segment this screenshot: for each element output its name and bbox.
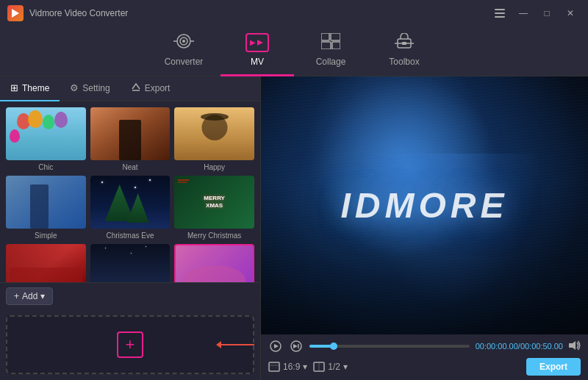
tab-collage[interactable]: Collage [294, 26, 368, 76]
subtab-export-label: Export [145, 83, 171, 93]
svg-point-8 [182, 40, 185, 43]
aspect-ratio-icon [268, 362, 280, 372]
svg-rect-1 [495, 9, 505, 10]
time-display: 00:00:00.00/00:00:50.00 [476, 342, 563, 351]
setting-gear-icon: ⚙ [70, 82, 79, 93]
collage-icon [321, 33, 340, 52]
subtab-setting[interactable]: ⚙ Setting [60, 76, 120, 101]
add-media-button[interactable]: + Add ▾ [6, 287, 53, 305]
theme-christmas-eve[interactable]: Christmas Eve [90, 176, 171, 240]
subtab-export[interactable]: Export [121, 76, 181, 101]
svg-rect-10 [321, 33, 329, 40]
theme-snowy-night-thumb [90, 244, 171, 282]
right-panel: IDMORE [261, 76, 588, 380]
progress-thumb [330, 343, 337, 350]
add-label: Add [22, 291, 37, 301]
theme-chic-label: Chic [38, 163, 53, 171]
svg-marker-21 [293, 344, 298, 348]
screen-mode-dropdown-icon: ▾ [343, 362, 348, 372]
controls-row-playback: 00:00:00.00/00:00:50.00 [268, 339, 581, 354]
arrow-head-icon [216, 341, 221, 348]
arrow-line [221, 344, 254, 345]
tab-toolbox-label: Toolbox [389, 57, 419, 67]
theme-santa-claus[interactable]: Santa Claus [6, 244, 86, 282]
tab-mv[interactable]: MV [220, 26, 294, 76]
title-bar: Vidmore Video Converter — □ ✕ [0, 0, 588, 26]
svg-rect-13 [332, 42, 340, 49]
tab-mv-label: MV [251, 57, 264, 67]
add-bar: + Add ▾ [0, 282, 260, 309]
aspect-ratio-control[interactable]: 16:9 ▾ [268, 362, 307, 372]
sub-tabs: ⊞ Theme ⚙ Setting Export [0, 76, 260, 101]
arrow-indicator [216, 341, 254, 348]
svg-marker-23 [569, 341, 576, 350]
skip-button[interactable] [289, 339, 304, 354]
time-current: 00:00:00.00 [476, 342, 518, 351]
theme-christmas-eve-thumb [90, 176, 171, 229]
theme-simple-label: Simple [35, 232, 57, 240]
add-icon: + [14, 291, 19, 301]
theme-simple-thumb [6, 176, 86, 229]
theme-stripes-waves[interactable]: Stripes & Waves [174, 244, 254, 282]
svg-marker-0 [12, 9, 19, 18]
screen-mode-value: 1/2 [328, 362, 340, 372]
minimize-button[interactable]: — [513, 6, 534, 21]
screen-mode-control[interactable]: 1/2 ▾ [313, 362, 348, 372]
themes-grid: Chic Neat [0, 101, 260, 282]
svg-rect-24 [269, 362, 279, 371]
subtab-theme[interactable]: ⊞ Theme [0, 76, 60, 101]
time-total: 00:00:50.00 [520, 342, 563, 351]
theme-merry-christmas-label: Merry Christmas [187, 232, 241, 240]
title-bar-left: Vidmore Video Converter [7, 5, 128, 21]
svg-rect-11 [331, 33, 340, 40]
svg-rect-3 [495, 16, 505, 18]
theme-christmas-eve-label: Christmas Eve [106, 232, 154, 240]
maximize-button[interactable]: □ [537, 6, 557, 21]
theme-neat-thumb [90, 107, 171, 160]
svg-marker-9 [257, 40, 263, 46]
theme-happy-label: Happy [204, 163, 225, 171]
progress-bar[interactable] [309, 345, 470, 348]
tab-toolbox[interactable]: Toolbox [368, 26, 441, 76]
left-panel: ⊞ Theme ⚙ Setting Export [0, 76, 261, 380]
screen-icon [313, 362, 325, 372]
nav-tabs: Converter MV Collage [0, 26, 588, 76]
add-dropdown-icon: ▾ [40, 291, 45, 301]
subtab-setting-label: Setting [82, 83, 110, 93]
theme-grid-icon: ⊞ [10, 82, 18, 93]
svg-rect-12 [321, 42, 331, 49]
aspect-ratio-value: 16:9 [283, 362, 300, 372]
add-cross-button[interactable]: + [117, 331, 143, 358]
svg-rect-2 [495, 12, 505, 14]
menu-button[interactable] [490, 6, 510, 21]
theme-snowy-night[interactable]: Snowy Night [90, 244, 171, 282]
video-preview: IDMORE [261, 76, 588, 334]
app-logo [7, 5, 24, 21]
export-button[interactable]: Export [526, 358, 581, 376]
export-arrow-icon [131, 82, 141, 94]
svg-rect-16 [402, 42, 406, 45]
play-button[interactable] [268, 339, 283, 354]
app-title: Vidmore Video Converter [29, 8, 128, 18]
video-controls: 00:00:00.00/00:00:50.00 16:9 [261, 334, 588, 380]
main-content: ⊞ Theme ⚙ Setting Export [0, 76, 588, 380]
theme-neat[interactable]: Neat [90, 107, 171, 171]
mv-icon [245, 33, 269, 52]
svg-marker-19 [274, 344, 279, 348]
volume-icon[interactable] [569, 340, 581, 353]
media-add-area: + [6, 315, 254, 374]
theme-simple[interactable]: Simple [6, 176, 86, 240]
theme-happy-thumb [174, 107, 254, 160]
theme-merry-christmas[interactable]: MERRYXMAS Merry Christmas [174, 176, 254, 240]
converter-icon [173, 33, 194, 52]
theme-happy[interactable]: Happy [174, 107, 254, 171]
close-button[interactable]: ✕ [560, 6, 581, 21]
subtab-theme-label: Theme [22, 83, 49, 93]
tab-converter[interactable]: Converter [147, 26, 220, 76]
theme-chic-thumb [6, 107, 86, 160]
theme-stripes-waves-thumb [174, 244, 254, 282]
toolbox-icon [395, 33, 414, 52]
tab-converter-label: Converter [165, 57, 204, 67]
preview-watermark: IDMORE [341, 185, 509, 226]
theme-chic[interactable]: Chic [6, 107, 86, 171]
